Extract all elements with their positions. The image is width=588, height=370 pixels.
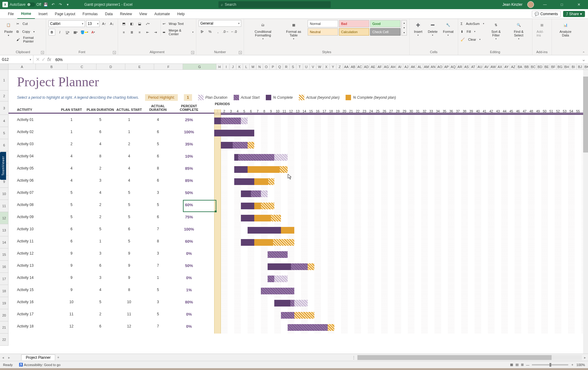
col-header[interactable]: AZ: [510, 64, 517, 70]
cell-actual-start[interactable]: 8: [115, 288, 144, 292]
scroll-thumb[interactable]: [583, 77, 588, 152]
col-header[interactable]: D: [96, 64, 125, 70]
chevron-down-icon[interactable]: ▾: [96, 22, 99, 25]
cell-activity[interactable]: Activity 07: [8, 190, 57, 195]
col-header[interactable]: P: [270, 64, 276, 70]
tab-splitter-icon[interactable]: ⋮: [350, 355, 357, 360]
cell-percent-complete[interactable]: 0%: [172, 324, 206, 329]
cell-percent-complete[interactable]: 85%: [172, 166, 206, 171]
col-header[interactable]: W: [316, 64, 323, 70]
cell-actual-start[interactable]: 4: [115, 154, 144, 158]
col-header[interactable]: AB: [350, 64, 357, 70]
cell-percent-complete[interactable]: 50%: [172, 190, 206, 195]
orientation-icon[interactable]: ⤢▾: [144, 20, 151, 27]
cell-actual-duration[interactable]: 1: [144, 276, 172, 280]
cell-actual-start[interactable]: 5: [115, 190, 144, 195]
zoom-level[interactable]: 100%: [576, 363, 585, 367]
col-header[interactable]: V: [310, 64, 316, 70]
cell-plan-duration[interactable]: 2: [86, 215, 115, 219]
cell-actual-start[interactable]: 6: [115, 227, 144, 231]
cell-plan-start[interactable]: 6: [57, 227, 86, 231]
dialog-launcher-icon[interactable]: ↘: [41, 51, 44, 54]
cell-activity[interactable]: Activity 02: [8, 130, 57, 134]
cell-actual-duration[interactable]: 5: [144, 312, 172, 316]
col-header[interactable]: AS: [463, 64, 470, 70]
row-header[interactable]: 11: [0, 200, 8, 212]
table-row[interactable]: Activity 106567100%: [8, 223, 588, 235]
dialog-launcher-icon[interactable]: ↘: [113, 51, 116, 54]
number-format-combo[interactable]: ▾: [199, 20, 241, 27]
align-left-icon[interactable]: ≡: [120, 29, 127, 36]
cell-percent-complete[interactable]: 0%: [172, 312, 206, 317]
cell-plan-duration[interactable]: 6: [86, 324, 115, 328]
cell-plan-start[interactable]: 10: [57, 300, 86, 304]
redo-icon[interactable]: ↷: [58, 2, 63, 7]
styles-gallery-spinner[interactable]: ▴▾▾: [401, 20, 407, 36]
style-neutral[interactable]: Neutral: [308, 28, 338, 36]
cell-activity[interactable]: Activity 18: [8, 324, 57, 328]
align-middle-icon[interactable]: ◧: [128, 20, 135, 27]
cell-actual-duration[interactable]: 4: [144, 118, 172, 122]
cell-plan-duration[interactable]: 4: [86, 142, 115, 146]
sheet-tab[interactable]: Project Planner: [21, 355, 55, 360]
col-header[interactable]: AG: [383, 64, 390, 70]
style-calculation[interactable]: Calculation: [339, 28, 369, 36]
table-row[interactable]: Activity 1594851%: [8, 284, 588, 296]
cell-plan-start[interactable]: 9: [57, 251, 86, 255]
font-name-combo[interactable]: ▾: [49, 20, 85, 27]
user-name-label[interactable]: Jean Kinzler: [502, 2, 522, 7]
cell-plan-duration[interactable]: 1: [86, 239, 115, 243]
cell-activity[interactable]: Activity 09: [8, 215, 57, 219]
zoom-thumb[interactable]: [549, 363, 551, 367]
cell-plan-duration[interactable]: 4: [86, 190, 115, 195]
comments-button[interactable]: 💬 Comments: [532, 11, 561, 17]
cell-actual-duration[interactable]: 6: [144, 215, 172, 219]
col-header[interactable]: BD: [537, 64, 543, 70]
sheet-nav-next-icon[interactable]: ▸: [6, 355, 12, 360]
share-button[interactable]: ⤴ Share ▾: [563, 11, 585, 17]
cell-percent-complete[interactable]: 80%: [172, 300, 206, 304]
row-header[interactable]: 17: [0, 273, 8, 285]
row-header[interactable]: 10: [0, 188, 8, 200]
fill-color-button[interactable]: 🪣▾: [80, 29, 89, 36]
col-header[interactable]: BA: [517, 64, 523, 70]
cell-plan-start[interactable]: 1: [57, 118, 86, 122]
cell-percent-complete[interactable]: 75%: [172, 215, 206, 219]
table-row[interactable]: Activity 021616100%: [8, 126, 588, 138]
cell-percent-complete[interactable]: 100%: [172, 130, 206, 134]
table-row[interactable]: Activity 07545350%: [8, 187, 588, 199]
cell-plan-duration[interactable]: 2: [86, 203, 115, 207]
status-accessibility[interactable]: Accessibility: Good to go: [24, 363, 60, 367]
find-select-button[interactable]: 🔍Find & Select▾: [508, 20, 529, 41]
table-row[interactable]: Activity 06434685%: [8, 174, 588, 187]
row-header[interactable]: 2: [0, 91, 8, 101]
col-header[interactable]: L: [243, 64, 250, 70]
cell-activity[interactable]: Activity 04: [8, 154, 57, 158]
table-row[interactable]: Activity 171121150%: [8, 308, 588, 320]
zoom-in-icon[interactable]: ＋: [571, 362, 574, 367]
zoom-out-icon[interactable]: —: [526, 363, 529, 367]
column-headers[interactable]: ABCDEFGHIJKLMNOPQRSTUVWXYZAAABACADAEAFAG…: [0, 64, 588, 70]
col-header[interactable]: M: [250, 64, 256, 70]
row-header[interactable]: 15: [0, 248, 8, 261]
merge-center-button[interactable]: ⬌ Merge & Center ▾: [163, 29, 194, 36]
cell-actual-start[interactable]: 5: [115, 239, 144, 243]
cell-actual-start[interactable]: 12: [115, 324, 144, 328]
cell-percent-complete[interactable]: 85%: [172, 178, 206, 183]
cell-activity[interactable]: Activity 06: [8, 178, 57, 183]
col-header[interactable]: Q: [276, 64, 283, 70]
cell-actual-start[interactable]: 5: [115, 203, 144, 207]
style-bad[interactable]: Bad: [339, 20, 369, 27]
col-header[interactable]: AC: [357, 64, 363, 70]
copy-button[interactable]: ⧉ Copy ▾: [16, 28, 43, 35]
style-check-cell[interactable]: Check Cell: [370, 28, 400, 36]
tab-help[interactable]: Help: [174, 9, 188, 19]
col-header[interactable]: U: [303, 64, 310, 70]
col-header[interactable]: BB: [523, 64, 530, 70]
cell-actual-start[interactable]: 2: [115, 142, 144, 146]
cell-plan-duration[interactable]: 5: [86, 300, 115, 304]
tab-file[interactable]: File: [4, 9, 17, 19]
hscroll-right-icon[interactable]: ▸: [582, 355, 588, 360]
style-normal[interactable]: Normal: [308, 20, 338, 27]
col-header[interactable]: BH: [563, 64, 570, 70]
